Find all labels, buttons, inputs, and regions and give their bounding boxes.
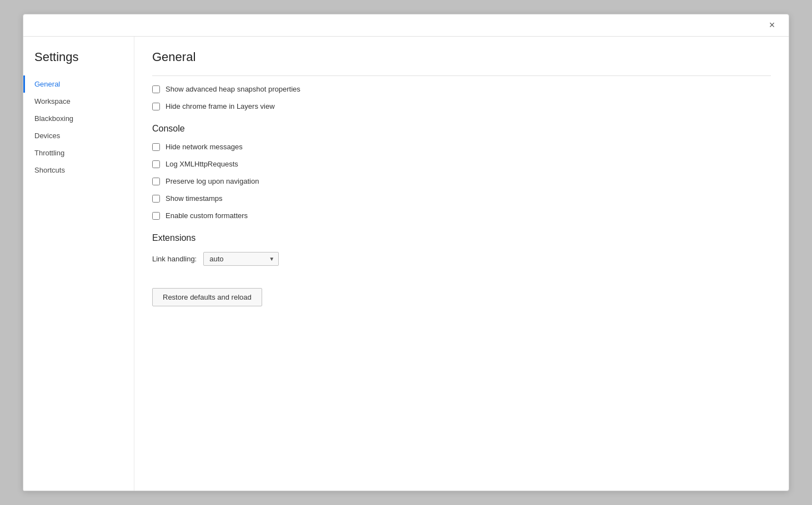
modal-header: × [23,14,789,37]
checkbox-log-xml[interactable] [152,160,160,168]
sidebar: Settings General Workspace Blackboxing D… [23,37,134,491]
checkbox-row-heap: Show advanced heap snapshot properties [152,85,771,93]
checkbox-row-formatters: Enable custom formatters [152,211,771,220]
link-handling-select[interactable]: auto reveal in sidebar open in editor [203,252,279,266]
checkbox-row-log-xml: Log XMLHttpRequests [152,160,771,168]
checkbox-formatters-label[interactable]: Enable custom formatters [166,211,248,220]
checkbox-row-timestamps: Show timestamps [152,194,771,203]
modal-overlay: × Settings General Workspace Blackboxing… [0,0,812,505]
link-handling-row: Link handling: auto reveal in sidebar op… [152,252,771,266]
checkbox-row-chrome-frame: Hide chrome frame in Layers view [152,102,771,110]
page-title: General [152,50,771,64]
sidebar-item-general[interactable]: General [23,75,134,93]
checkbox-hide-network-label[interactable]: Hide network messages [166,143,243,151]
link-handling-label: Link handling: [152,255,197,263]
checkbox-chrome-frame[interactable] [152,103,160,110]
sidebar-item-shortcuts[interactable]: Shortcuts [23,161,134,179]
sidebar-title: Settings [23,46,134,75]
checkbox-chrome-frame-label[interactable]: Hide chrome frame in Layers view [166,102,275,110]
checkbox-log-xml-label[interactable]: Log XMLHttpRequests [166,160,238,168]
restore-defaults-button[interactable]: Restore defaults and reload [152,288,262,306]
settings-modal: × Settings General Workspace Blackboxing… [23,14,789,491]
sidebar-item-throttling[interactable]: Throttling [23,144,134,161]
sidebar-item-workspace[interactable]: Workspace [23,93,134,110]
extensions-section-header: Extensions [152,233,771,243]
checkbox-formatters[interactable] [152,212,160,220]
content-area: General Show advanced heap snapshot prop… [134,37,789,491]
checkbox-heap-label[interactable]: Show advanced heap snapshot properties [166,85,300,93]
checkbox-row-hide-network: Hide network messages [152,143,771,151]
sidebar-item-devices[interactable]: Devices [23,127,134,144]
link-handling-select-wrapper: auto reveal in sidebar open in editor ▼ [203,252,279,266]
checkbox-heap[interactable] [152,85,160,93]
modal-body: Settings General Workspace Blackboxing D… [23,37,789,491]
sidebar-item-blackboxing[interactable]: Blackboxing [23,110,134,127]
section-divider-top [152,75,771,76]
checkbox-timestamps[interactable] [152,195,160,203]
console-section-header: Console [152,124,771,134]
checkbox-hide-network[interactable] [152,143,160,151]
checkbox-preserve-log-label[interactable]: Preserve log upon navigation [166,177,259,185]
checkbox-preserve-log[interactable] [152,178,160,185]
checkbox-row-preserve-log: Preserve log upon navigation [152,177,771,185]
checkbox-timestamps-label[interactable]: Show timestamps [166,194,223,203]
close-button[interactable]: × [764,18,780,33]
